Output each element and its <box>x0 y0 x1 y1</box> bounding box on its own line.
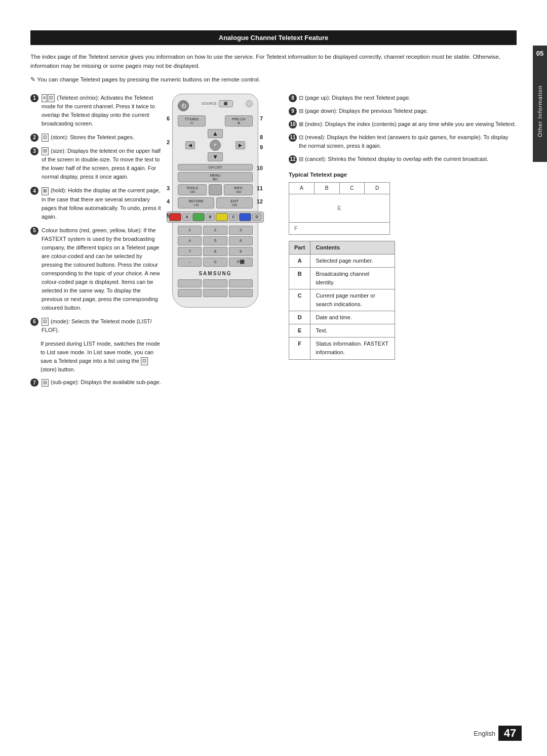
table-row: F Status information. FASTEXT informatio… <box>289 338 395 359</box>
icon-cancel: ⊟ <box>299 156 303 162</box>
list-item: 3 ⊟ (size): Displays the teletext on the… <box>30 147 162 181</box>
remote-label-12: 12 <box>257 198 263 204</box>
icon-index: ⊞ <box>299 121 303 127</box>
num-3[interactable]: 3 <box>229 226 253 235</box>
icon-store: ⊡ <box>42 134 49 142</box>
icon-page-down: ⊟ <box>299 108 303 114</box>
tools-spacer <box>209 184 222 195</box>
teletext-diagram: A B C D E F <box>289 182 390 235</box>
nav-ok-button[interactable]: P <box>210 140 221 151</box>
right-item-text-8: ⊡ (page up): Displays the next Teletext … <box>299 94 517 102</box>
item-number-5: 5 <box>30 227 38 235</box>
blue-button[interactable] <box>239 213 251 221</box>
red-button[interactable] <box>169 213 181 221</box>
icon-teletext-on: ≡ <box>42 94 47 102</box>
menu-button[interactable]: MENU⊠⊡ <box>178 172 253 182</box>
remote-label-7: 7 <box>260 115 263 121</box>
page-footer: English 47 <box>474 726 522 741</box>
remote-wrapper: ⏻ SOURCE ⬛ 6 TTX/MIX⊡ <box>172 94 279 308</box>
num-1[interactable]: 1 <box>178 226 202 235</box>
num-misc2[interactable]: P⬛ <box>229 258 253 267</box>
item-text-6: ⊡ (mode): Selects the Teletext mode (LIS… <box>42 317 162 334</box>
remote-top-row: ⏻ SOURCE ⬛ <box>178 100 253 111</box>
list-item: 2 ⊡ (store): Stores the Teletext pages. <box>30 133 162 142</box>
icon-mode: ⊡ <box>42 318 49 326</box>
extra-btn-6[interactable] <box>229 289 253 297</box>
nav-left-button[interactable]: ◀ <box>185 141 195 149</box>
icon-hold: ⊞ <box>42 187 49 195</box>
item-number-3: 3 <box>30 147 38 155</box>
right-list-item-8: 8 ⊡ (page up): Displays the next Teletex… <box>289 94 517 102</box>
icon-mix: ⊡ <box>48 94 55 102</box>
exit-button[interactable]: EXIT⊡⊟ <box>216 197 253 208</box>
item-number-2: 2 <box>30 134 38 142</box>
table-header-part: Part <box>289 241 310 255</box>
item-text-7: ⊟ (sub-page): Displays the available sub… <box>42 378 162 387</box>
item-text-2: ⊡ (store): Stores the Teletext pages. <box>42 133 162 142</box>
right-item-number-11: 11 <box>289 134 297 142</box>
item-number-1: 1 <box>30 94 38 102</box>
table-header-row: Part Contents <box>289 241 395 255</box>
tools-button[interactable]: TOOLS⊡⊟ <box>178 184 207 195</box>
table-part-c: C <box>289 289 310 311</box>
ch-list-button[interactable]: CH LIST <box>178 164 253 171</box>
extra-btn-1[interactable] <box>178 279 202 287</box>
table-header-contents: Contents <box>310 241 395 255</box>
num-8[interactable]: 8 <box>203 247 227 256</box>
num-9[interactable]: 9 <box>229 247 253 256</box>
num-4[interactable]: 4 <box>178 236 202 245</box>
green-button[interactable] <box>192 213 205 221</box>
tools-info-row: 3 11 TOOLS⊡⊟ INFO⊡⊟ <box>178 184 253 195</box>
nav-down-button[interactable]: ▼ <box>208 152 223 161</box>
extra-btn-5[interactable] <box>203 289 227 297</box>
b-button[interactable]: B <box>206 214 215 221</box>
center-column: ⏻ SOURCE ⬛ 6 TTX/MIX⊡ <box>172 94 279 392</box>
nav-right-button[interactable]: ▶ <box>236 141 245 149</box>
d-button[interactable]: D <box>252 214 261 221</box>
remote-label-8: 8 <box>260 134 263 140</box>
source-button[interactable]: ⬛ <box>219 100 233 107</box>
remote-mid-section: 6 TTX/MIX⊡ PRE-CH⊠ 7 2 8 9 <box>178 115 253 267</box>
return-button[interactable]: RETURN↩⊟ <box>178 197 214 208</box>
ttx-mix-button[interactable]: TTX/MIX⊡ <box>178 115 206 127</box>
samsung-logo: SAMSUNG <box>178 271 253 276</box>
side-tab-label: Other Information <box>533 61 547 162</box>
remote-ttx-prech-row: TTX/MIX⊡ PRE-CH⊠ 7 <box>178 115 253 127</box>
table-part-e: E <box>289 324 310 338</box>
a-button[interactable]: A <box>182 214 191 221</box>
teletext-header-row: A B C D <box>289 183 389 194</box>
nav-up-button[interactable]: ▲ <box>208 129 223 138</box>
typical-label: Typical Tetetext page <box>289 171 517 180</box>
num-5[interactable]: 5 <box>203 236 227 245</box>
language-label: English <box>474 730 495 737</box>
table-part-d: D <box>289 311 310 324</box>
spacer-mid <box>208 115 223 127</box>
list-item: 1 ≡⊡ (Teletext on/mix): Activates the Te… <box>30 94 162 128</box>
list-item: 7 ⊟ (sub-page): Displays the available s… <box>30 378 162 387</box>
yellow-button[interactable] <box>216 213 228 221</box>
color-buttons-row: 5 A B C D <box>178 212 253 223</box>
prech-button[interactable]: PRE-CH⊠ <box>225 115 253 127</box>
num-7[interactable]: 7 <box>178 247 202 256</box>
extra-btn-2[interactable] <box>203 279 227 287</box>
side-tab-number: 05 <box>533 46 547 61</box>
list-sub-item-6: If pressed during LIST mode, switches th… <box>41 340 162 374</box>
extra-btn-3[interactable] <box>229 279 253 287</box>
power-button[interactable]: ⏻ <box>178 100 189 111</box>
table-row: A Selected page number. <box>289 255 395 268</box>
num-6[interactable]: 6 <box>229 236 253 245</box>
info-button[interactable]: INFO⊡⊟ <box>224 184 253 195</box>
table-part-f: F <box>289 338 310 359</box>
remote-label-9: 9 <box>260 144 263 150</box>
right-item-number-10: 10 <box>289 120 297 129</box>
item-text-4: ⊞ (hold): Holds the display at the curre… <box>42 186 162 221</box>
c-button[interactable]: C <box>229 214 238 221</box>
teletext-col-a: A <box>289 183 315 194</box>
nav-down-row: ▼ <box>178 152 253 161</box>
item-number-6: 6 <box>30 318 38 326</box>
section-header: Analogue Channel Teletext Feature <box>30 30 517 45</box>
num-0[interactable]: 0 <box>203 258 227 267</box>
num-misc1[interactable]: – <box>178 258 202 267</box>
extra-btn-4[interactable] <box>178 289 202 297</box>
num-2[interactable]: 2 <box>203 226 227 235</box>
